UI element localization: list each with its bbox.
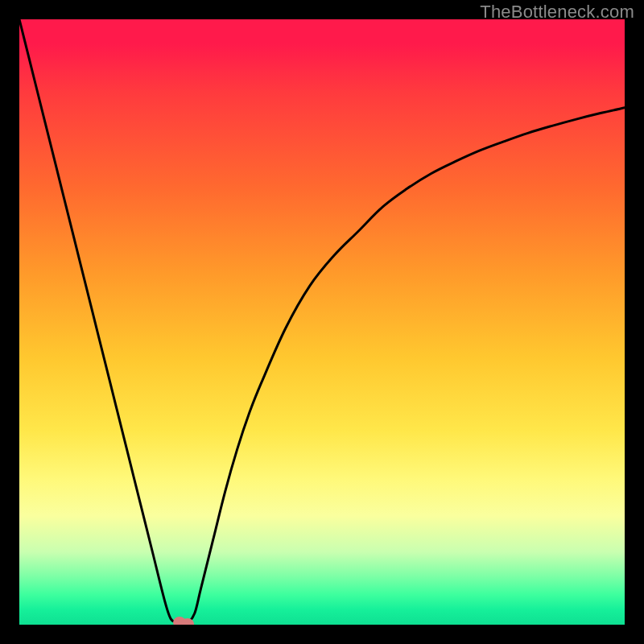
curve-svg — [19, 19, 625, 625]
marker-group — [173, 617, 194, 625]
curve-group — [19, 19, 625, 625]
plot-area — [19, 19, 625, 625]
bottleneck-curve-path — [19, 19, 625, 625]
watermark-text: TheBottleneck.com — [480, 2, 634, 23]
chart-frame: TheBottleneck.com — [0, 0, 644, 644]
